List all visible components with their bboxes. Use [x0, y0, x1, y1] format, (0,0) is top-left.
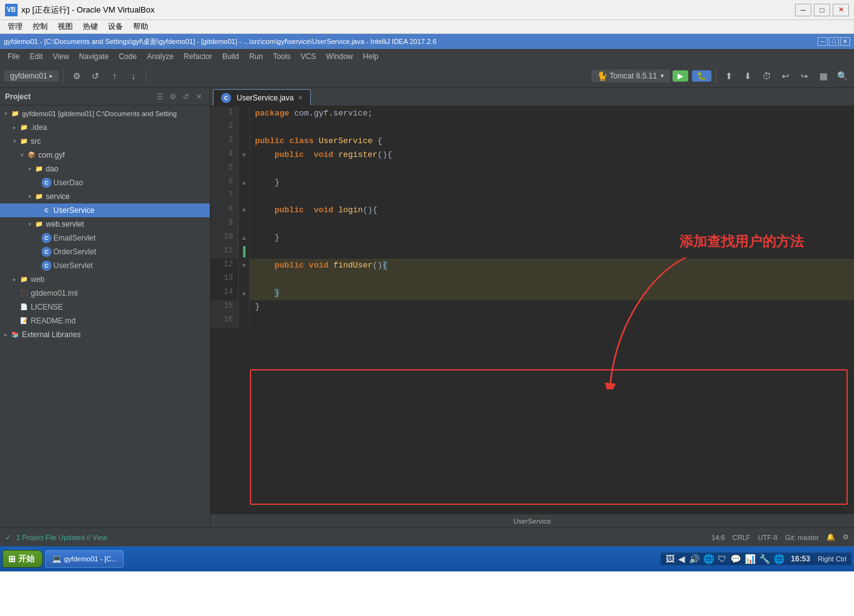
tray-icon-3[interactable]: 🔊 [689, 554, 700, 564]
line-content-2[interactable] [250, 121, 854, 134]
line-content-4[interactable]: public void register(){ [250, 148, 854, 162]
toolbar-btn-redo[interactable]: ↪ [796, 68, 813, 84]
line-ending[interactable]: CRLF [732, 534, 750, 541]
tray-icon-5[interactable]: 🛡 [718, 554, 727, 564]
menu-analyze[interactable]: Analyze [142, 51, 179, 62]
line-content-16[interactable] [250, 314, 854, 328]
menu-build[interactable]: Build [217, 51, 244, 62]
ide-maximize-button[interactable]: □ [829, 37, 839, 46]
menu-help[interactable]: 帮助 [128, 20, 153, 33]
tree-license[interactable]: ▸ 📄 LICENSE [0, 300, 210, 314]
collapse-icon-8[interactable]: ▼ [242, 207, 246, 214]
start-button[interactable]: ⊞ 开始 [3, 550, 43, 568]
menu-hotkey[interactable]: 热键 [78, 20, 103, 33]
collapse-icon-4[interactable]: ▼ [242, 152, 246, 159]
run-config-selector[interactable]: 🐈 Tomcat 8.5.11 ▼ [592, 70, 670, 82]
debug-button[interactable]: 🐛 [692, 70, 711, 82]
code-editor[interactable]: 1 package com.gyf.service; 2 3 public cl… [210, 107, 854, 328]
tree-dao[interactable]: ▾ 📁 dao [0, 162, 210, 176]
toolbar-btn-history[interactable]: ⏱ [759, 68, 775, 84]
toolbar-btn-search[interactable]: 🔍 [834, 68, 850, 84]
menu-edit[interactable]: Edit [24, 51, 48, 62]
notifications-icon[interactable]: 🔔 [826, 533, 835, 541]
collapse-icon-12[interactable]: ▼ [242, 262, 246, 269]
line-content-6[interactable]: } [250, 176, 854, 190]
tree-web[interactable]: ▸ 📁 web [0, 273, 210, 286]
menu-run[interactable]: Run [244, 51, 268, 62]
vcs-status[interactable]: Git: master [785, 534, 819, 541]
tree-webservlet[interactable]: ▾ 📁 web.servlet [0, 217, 210, 231]
run-button[interactable]: ▶ [673, 70, 688, 82]
status-message[interactable]: 1 Project File Updated // View [16, 534, 107, 541]
line-content-3[interactable]: public class UserService { [250, 134, 854, 148]
sidebar-btn-2[interactable]: ⚙ [167, 91, 178, 102]
toolbar-btn-2[interactable]: ↺ [87, 68, 104, 84]
tree-comgyf[interactable]: ▾ 📦 com.gyf [0, 148, 210, 162]
menu-navigate[interactable]: Navigate [74, 51, 114, 62]
maximize-button[interactable]: □ [814, 4, 830, 16]
toolbar-btn-1[interactable]: ⚙ [68, 68, 85, 84]
line-content-1[interactable]: package com.gyf.service; [250, 107, 854, 121]
line-content-7[interactable] [250, 190, 854, 203]
sidebar-btn-1[interactable]: ☰ [154, 91, 165, 102]
line-content-10[interactable]: } [250, 231, 854, 245]
collapse-icon-6[interactable]: ▲ [242, 180, 246, 186]
settings-icon[interactable]: ⚙ [843, 533, 849, 541]
tree-emailservlet[interactable]: ▸ C EmailServlet [0, 231, 210, 245]
tree-readme[interactable]: ▸ 📝 README.md [0, 314, 210, 328]
line-content-15[interactable]: } [250, 300, 854, 314]
tray-icon-9[interactable]: 🌐 [774, 554, 784, 564]
toolbar-btn-layout[interactable]: ▦ [815, 68, 831, 84]
line-content-8[interactable]: public void login(){ [250, 203, 854, 217]
line-content-14[interactable]: } [250, 286, 854, 300]
ide-close-button[interactable]: ✕ [840, 37, 850, 46]
tab-userservice[interactable]: C UserService.java ✕ [213, 89, 311, 105]
tree-orderservlet[interactable]: ▸ C OrderServlet [0, 245, 210, 259]
line-content-12[interactable]: public void findUser(){ [250, 259, 854, 273]
toolbar-btn-3[interactable]: ↑ [106, 68, 122, 84]
close-button[interactable]: ✕ [833, 4, 849, 16]
collapse-icon-10[interactable]: ▲ [242, 235, 246, 242]
menu-manage[interactable]: 管理 [3, 20, 28, 33]
tree-userdao[interactable]: ▸ C UserDao [0, 176, 210, 190]
tree-userservice[interactable]: ▸ C UserService [0, 203, 210, 217]
menu-file[interactable]: File [3, 51, 24, 62]
sidebar-btn-3[interactable]: ↺ [180, 91, 192, 102]
menu-view[interactable]: View [48, 51, 74, 62]
taskbar-item-0[interactable]: 💻 gyfdemo01 - [C... [45, 550, 124, 568]
menu-window[interactable]: Window [321, 51, 358, 62]
tree-root[interactable]: ▾ 📁 gyfdemo01 [gitdemo01] C:\Documents a… [0, 107, 210, 121]
tree-service[interactable]: ▾ 📁 service [0, 190, 210, 203]
menu-vcs[interactable]: VCS [296, 51, 322, 62]
tree-iml[interactable]: ▸ ⬛ gitdemo01.iml [0, 286, 210, 300]
menu-tools[interactable]: Tools [268, 51, 296, 62]
menu-code[interactable]: Code [114, 51, 142, 62]
menu-control[interactable]: 控制 [28, 20, 53, 33]
line-content-13[interactable] [250, 273, 854, 286]
line-content-11[interactable] [250, 245, 854, 259]
tray-icon-4[interactable]: 🌐 [703, 554, 714, 564]
toolbar-btn-4[interactable]: ↓ [125, 68, 141, 84]
tree-src[interactable]: ▾ 📁 src [0, 134, 210, 148]
menu-help-ide[interactable]: Help [358, 51, 384, 62]
line-content-5[interactable] [250, 162, 854, 176]
collapse-icon-14[interactable]: ▲ [242, 290, 246, 297]
tree-extlibs[interactable]: ▸ 📚 External Libraries [0, 328, 210, 342]
tree-userservlet[interactable]: ▸ C UserServlet [0, 259, 210, 273]
tab-close-icon[interactable]: ✕ [298, 94, 303, 101]
menu-view[interactable]: 视图 [53, 20, 78, 33]
toolbar-btn-vcs[interactable]: ⬆ [721, 68, 737, 84]
tree-idea[interactable]: ▸ 📁 .idea [0, 121, 210, 134]
sidebar-btn-4[interactable]: ✕ [193, 91, 205, 102]
tray-icon-6[interactable]: 💬 [730, 554, 741, 564]
toolbar-btn-update[interactable]: ⬇ [740, 68, 756, 84]
toolbar-btn-undo[interactable]: ↩ [777, 68, 794, 84]
encoding[interactable]: UTF-8 [758, 534, 777, 541]
tray-icon-7[interactable]: 📊 [745, 554, 755, 564]
menu-devices[interactable]: 设备 [103, 20, 128, 33]
breadcrumb[interactable]: gyfdemo01 ▸ [4, 70, 59, 82]
ide-minimize-button[interactable]: ─ [818, 37, 828, 46]
tray-icon-8[interactable]: 🔧 [759, 554, 770, 564]
line-content-9[interactable] [250, 217, 854, 231]
menu-refactor[interactable]: Refactor [179, 51, 217, 62]
